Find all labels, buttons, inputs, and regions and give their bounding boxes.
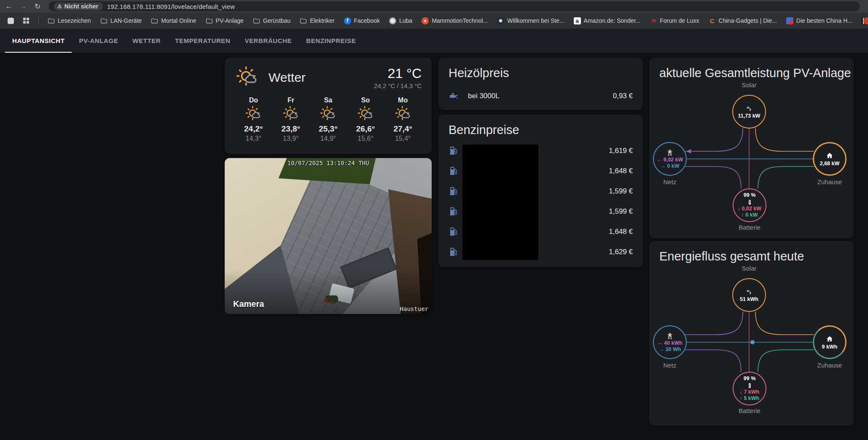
folder-icon (151, 17, 158, 24)
solar-node[interactable]: 11,73 kW (732, 95, 766, 129)
folder-icon (206, 17, 213, 24)
weather-header: Wetter 21 °C 24,2 °C / 14,3 °C (235, 65, 422, 90)
card-title: Heizölpreis (449, 66, 633, 80)
sun-cloud-icon (282, 105, 300, 123)
forecast-day: Fr 23,8° 13,9° (272, 97, 310, 142)
home-value: 2,68 kW (820, 161, 840, 167)
energy-flow-today-card: Energiefluss gesamt heute Solar 51 kWh ←… (649, 241, 854, 426)
energy-flow-now-card: aktuelle Gesamtleistung PV-Anlage Solar … (649, 58, 854, 238)
bookmark-item[interactable]: f Facebook (340, 16, 384, 26)
forward-icon[interactable]: → (18, 1, 29, 12)
sun-cloud-icon (235, 65, 259, 90)
oil-price: 0,93 € (613, 92, 633, 100)
redacted-station-names (462, 145, 538, 260)
steam-icon: ◉ (497, 17, 504, 24)
bookmark-item[interactable]: XX Forum de Luxx (646, 16, 703, 26)
sun-cloud-icon (394, 105, 412, 123)
home-node[interactable]: 9 kWh (813, 325, 847, 359)
current-temperature: 21 °C (374, 66, 422, 81)
address-bar[interactable]: ⚠ Nicht sicher 192.168.178.111:8091/love… (49, 1, 860, 11)
forum-de-luxx-icon: XX (650, 17, 657, 24)
folder-icon (48, 17, 55, 24)
solar-value: 11,73 kW (738, 113, 761, 119)
solar-node[interactable]: 51 kWh (732, 278, 766, 312)
browser-toolbar: ← → ↻ ⚠ Nicht sicher 192.168.178.111:809… (0, 0, 868, 13)
bookmark-item[interactable]: ◉ Willkommen bei Ste... (493, 16, 568, 26)
bookmark-item[interactable]: ● MammotionTechnol... (418, 16, 492, 26)
gas-pump-icon (449, 186, 459, 196)
flow-arrow-to-grid (686, 149, 691, 153)
tab-pv-anlage[interactable]: PV-ANLAGE (72, 29, 125, 53)
forecast-day: So 26,6° 15,6° (347, 97, 384, 142)
grid-import-value: → 30 Wh (659, 346, 681, 353)
fuel-price: 1,648 € (609, 228, 633, 236)
folder-icon (300, 17, 307, 24)
home-node[interactable]: 2,68 kW (813, 142, 847, 176)
reload-icon[interactable]: ↻ (32, 1, 43, 12)
bookmark-favicon-partial[interactable] (863, 17, 868, 24)
gas-pump-icon (449, 227, 459, 237)
weather-card[interactable]: Wetter 21 °C 24,2 °C / 14,3 °C Do 24,2° … (225, 58, 432, 154)
gas-pump-icon (449, 166, 459, 176)
flow-dot-grid-to-home (750, 340, 755, 344)
tab-verbraeuche[interactable]: VERBRÄUCHE (237, 29, 299, 53)
fuel-price: 1,619 € (609, 147, 633, 155)
camera-timestamp: 10/07/2025 13:10:24 THU (225, 160, 432, 166)
bookmark-item[interactable]: C China-Gadgets | Die... (705, 16, 781, 26)
battery-node[interactable]: 99 % ↓ 0,02 kW ↑ 0 kW (733, 188, 766, 222)
weather-title: Wetter (269, 70, 306, 85)
forecast-day: Do 24,2° 14,3° (235, 97, 272, 142)
security-label: Nicht sicher (64, 3, 98, 10)
back-icon[interactable]: ← (3, 1, 14, 12)
home-label: Zuhause (804, 178, 855, 185)
facebook-icon: f (344, 17, 351, 24)
dashboard-tab-bar: HAUPTANSICHT PV-ANLAGE WETTER TEMPERATUR… (0, 29, 868, 53)
forecast-row: Do 24,2° 14,3° Fr 23,8° 13,9° Sa 25,3° 1… (235, 97, 422, 142)
bookmark-folder[interactable]: LAN-Geräte (97, 16, 146, 26)
battery-node[interactable]: 99 % ↓ 7 kWh ↑ 5 kWh (733, 372, 766, 405)
solar-label: Solar (715, 81, 783, 89)
heating-oil-card: Heizölpreis bei 3000L 0,93 € (438, 58, 643, 110)
bookmark-folder[interactable]: PV-Anlage (202, 16, 247, 26)
bookmark-item[interactable]: a Amazon.de: Sonder... (570, 16, 645, 26)
bookmark-folder[interactable]: Mortal Online (147, 16, 200, 26)
battery-soc: 99 % (744, 192, 756, 199)
camera-footer-overlay (225, 158, 432, 314)
battery-charge-value: ↓ 7 kWh (740, 389, 760, 395)
bookmark-folder[interactable]: Lesezeichen (44, 16, 95, 26)
solar-power-icon (745, 105, 753, 113)
battery-discharge-value: ↑ 5 kWh (740, 395, 760, 402)
bookmark-folder[interactable]: Elektriker (296, 16, 338, 26)
side-panel-icon[interactable] (8, 18, 14, 24)
grid-export-value: ← 40 kWh (657, 340, 683, 346)
solar-value: 51 kWh (740, 296, 758, 303)
grid-import-value: → 0 kW (660, 163, 679, 169)
grid-node[interactable]: ← 9,02 kW → 0 kW (653, 142, 687, 176)
bookmarks-bar: Lesezeichen LAN-Geräte Mortal Online PV-… (0, 13, 868, 29)
apps-grid-icon[interactable] (23, 18, 29, 24)
tab-hauptansicht[interactable]: HAUPTANSICHT (5, 29, 72, 53)
mammotion-icon: ● (422, 17, 429, 24)
fuel-prices-card: Benzinpreise 1,619 € 1,648 € 1,599 € 1,5… (438, 115, 643, 267)
gas-pump-icon (449, 207, 459, 217)
fuel-price: 1,648 € (609, 167, 633, 175)
bookmark-item[interactable]: Die besten China H... (782, 16, 856, 26)
battery-icon (746, 199, 753, 206)
home-icon (825, 151, 834, 161)
tab-wetter[interactable]: WETTER (125, 29, 168, 53)
oil-price-row[interactable]: bei 3000L 0,93 € (449, 86, 633, 106)
fuel-price: 1,599 € (609, 187, 633, 196)
battery-charge-value: ↓ 0,02 kW (738, 206, 761, 212)
fuel-price: 1,629 € (609, 248, 633, 256)
solar-label: Solar (715, 265, 783, 272)
tab-temperaturen[interactable]: TEMPERATUREN (168, 29, 237, 53)
bookmark-item[interactable]: Luba (385, 16, 416, 26)
bookmark-folder[interactable]: Gerüstbau (249, 16, 294, 26)
tab-benzinpreise[interactable]: BENZINPREISE (299, 29, 363, 53)
china-gadgets-icon: C (709, 17, 716, 24)
camera-card[interactable]: 10/07/2025 13:10:24 THU Kamera Haustuer (225, 158, 432, 314)
battery-discharge-value: ↑ 0 kW (742, 212, 758, 218)
security-badge[interactable]: ⚠ Nicht sicher (54, 3, 103, 11)
grid-export-value: ← 9,02 kW (657, 157, 683, 163)
grid-node[interactable]: ← 40 kWh → 30 Wh (653, 325, 687, 359)
